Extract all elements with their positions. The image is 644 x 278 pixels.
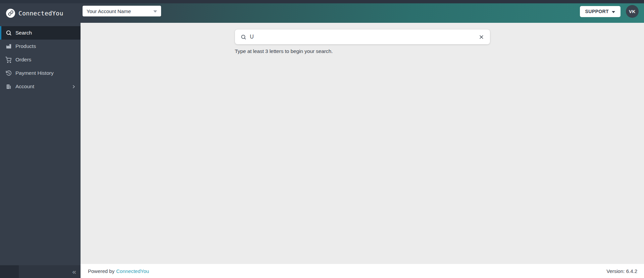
sidebar-item-label: Orders (15, 57, 31, 63)
history-icon (5, 70, 12, 76)
search-hint-text: Type at least 3 letters to begin your se… (235, 48, 490, 54)
sidebar-menu: Search Products Orders (0, 26, 81, 93)
chevron-down-icon (153, 8, 157, 14)
footer-bar: Powered by ConnectedYou Version: 6.4.2 (81, 264, 644, 278)
account-selector-value: Your Account Name (87, 8, 131, 14)
link-icon (6, 9, 15, 18)
cart-icon (5, 57, 12, 63)
sidebar-item-orders[interactable]: Orders (0, 53, 81, 66)
app-header: ConnectedYou Your Account Name SUPPORT V… (0, 0, 644, 23)
support-button[interactable]: SUPPORT (580, 6, 621, 17)
building-icon (5, 84, 12, 90)
sidebar-item-label: Payment History (15, 70, 54, 76)
factory-icon (5, 43, 12, 49)
chevron-down-icon (612, 9, 615, 14)
search-bar (235, 30, 490, 44)
sidebar-item-account[interactable]: Account (0, 80, 81, 93)
brand-name: ConnectedYou (18, 10, 63, 17)
sidebar: Search Products Orders (0, 23, 81, 278)
sidebar-bottom-corner (0, 265, 19, 278)
search-icon (241, 34, 246, 40)
powered-by-label: Powered by (88, 268, 114, 274)
avatar-initials: VK (629, 9, 636, 14)
app-window: ConnectedYou Your Account Name SUPPORT V… (0, 0, 644, 278)
sidebar-item-products[interactable]: Products (0, 40, 81, 53)
powered-by: Powered by ConnectedYou (88, 268, 149, 274)
sidebar-item-label: Products (15, 43, 36, 49)
sidebar-item-payment-history[interactable]: Payment History (0, 66, 81, 80)
chevron-right-icon (71, 85, 76, 89)
sidebar-bottom-bar: « (0, 265, 81, 278)
close-icon[interactable] (479, 34, 484, 40)
sidebar-collapse-button[interactable]: « (72, 268, 76, 275)
version-text: Version: 6.4.2 (606, 268, 637, 274)
search-icon (5, 30, 12, 36)
sidebar-item-label: Account (15, 84, 34, 90)
brand-logo: ConnectedYou (6, 3, 63, 23)
sidebar-item-label: Search (15, 30, 32, 36)
user-avatar[interactable]: VK (626, 5, 639, 18)
account-selector[interactable]: Your Account Name (83, 6, 161, 16)
header-right-group: SUPPORT VK (580, 0, 639, 23)
support-button-label: SUPPORT (585, 9, 609, 14)
brand-footer-link[interactable]: ConnectedYou (116, 268, 149, 274)
search-input[interactable] (250, 34, 479, 40)
top-window-strip (0, 0, 644, 3)
main-content: Type at least 3 letters to begin your se… (81, 23, 644, 264)
sidebar-item-search[interactable]: Search (0, 26, 81, 40)
